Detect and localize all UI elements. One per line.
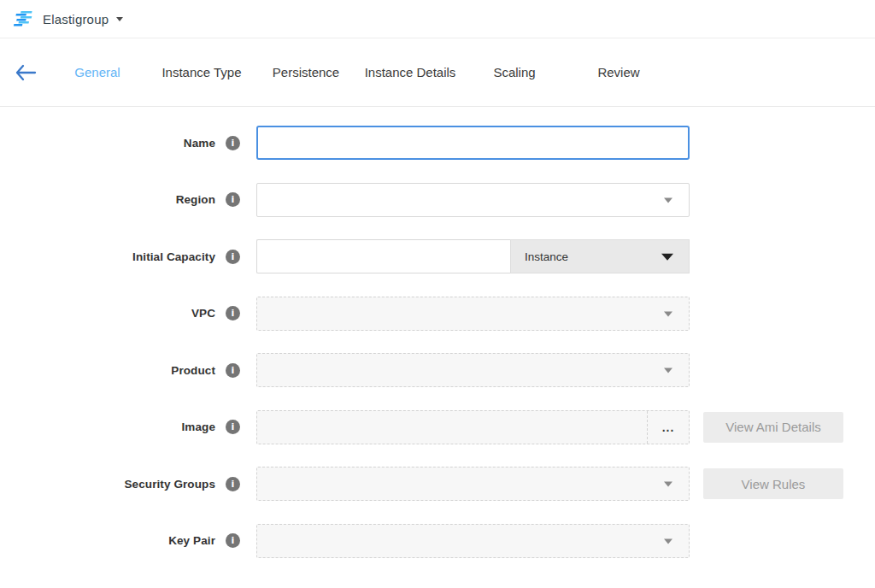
initial-capacity-row: Initial Capacity i Instance (0, 239, 875, 273)
security-groups-label: Security Groups (0, 478, 215, 491)
chevron-down-icon (664, 538, 672, 544)
initial-capacity-label: Initial Capacity (0, 250, 215, 263)
vpc-select (256, 297, 690, 331)
browse-image-button[interactable]: ... (647, 411, 689, 444)
capacity-unit-select[interactable]: Instance (510, 239, 690, 273)
back-button[interactable] (15, 64, 37, 81)
info-icon[interactable]: i (226, 363, 240, 378)
elastigroup-logo-icon (12, 9, 34, 28)
tab-instance-type[interactable]: Instance Type (150, 65, 254, 79)
chevron-down-icon (116, 17, 123, 21)
vpc-label: VPC (0, 307, 215, 320)
image-row: Image i ... View Ami Details (0, 410, 875, 444)
general-form: Name i Region i Initial Capacity i Insta… (0, 107, 875, 558)
info-icon[interactable]: i (226, 533, 240, 548)
view-rules-button[interactable]: View Rules (703, 468, 843, 499)
wizard-tab-bar: General Instance Type Persistence Instan… (0, 38, 875, 107)
key-pair-select (256, 524, 690, 558)
tab-instance-details[interactable]: Instance Details (358, 65, 462, 79)
info-icon[interactable]: i (226, 477, 240, 491)
product-select (256, 353, 690, 387)
region-select[interactable] (256, 183, 690, 217)
security-groups-select (256, 467, 690, 501)
key-pair-label: Key Pair (0, 534, 215, 547)
arrow-left-icon (15, 64, 37, 81)
initial-capacity-input[interactable] (256, 239, 510, 273)
chevron-down-icon (664, 368, 672, 373)
image-label: Image (0, 420, 215, 433)
product-switcher[interactable]: Elastigroup (12, 9, 123, 28)
tab-scaling[interactable]: Scaling (462, 65, 567, 79)
product-name: Elastigroup (43, 12, 109, 26)
info-icon[interactable]: i (226, 250, 240, 264)
info-icon[interactable]: i (226, 420, 240, 434)
name-row: Name i (0, 126, 875, 160)
vpc-row: VPC i (0, 297, 875, 331)
wizard-tabs: General Instance Type Persistence Instan… (45, 65, 671, 79)
chevron-down-icon (664, 482, 672, 487)
chevron-down-icon (661, 254, 673, 261)
tab-review[interactable]: Review (567, 65, 671, 79)
info-icon[interactable]: i (226, 192, 240, 207)
name-label: Name (0, 137, 215, 150)
region-row: Region i (0, 183, 875, 217)
top-bar: Elastigroup (0, 0, 875, 38)
tab-persistence[interactable]: Persistence (254, 65, 358, 79)
chevron-down-icon (664, 197, 672, 203)
region-label: Region (0, 193, 215, 206)
security-groups-row: Security Groups i View Rules (0, 467, 875, 501)
product-row: Product i (0, 353, 875, 387)
image-input: ... (256, 410, 690, 444)
key-pair-row: Key Pair i (0, 524, 875, 558)
capacity-unit-value: Instance (525, 250, 568, 263)
tab-general[interactable]: General (45, 65, 150, 79)
product-label: Product (0, 364, 215, 377)
name-input[interactable] (256, 126, 690, 160)
chevron-down-icon (664, 311, 672, 316)
info-icon[interactable]: i (226, 136, 240, 150)
info-icon[interactable]: i (226, 306, 240, 320)
view-ami-details-button[interactable]: View Ami Details (703, 412, 843, 443)
